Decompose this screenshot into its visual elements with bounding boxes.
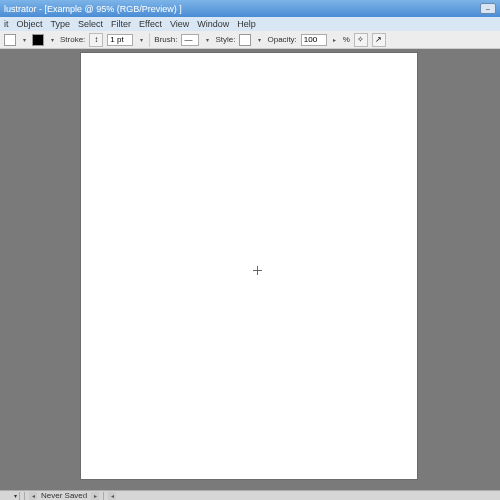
menu-select[interactable]: Select <box>78 19 103 29</box>
status-bar: ▾ ◂ Never Saved ▸ ◂ <box>0 490 500 500</box>
menu-type[interactable]: Type <box>51 19 71 29</box>
canvas-scroll-area[interactable] <box>0 49 500 490</box>
artboard[interactable] <box>80 52 418 480</box>
opacity-field[interactable]: 100 <box>301 34 327 46</box>
brush-field[interactable]: — <box>181 34 199 46</box>
stroke-dropdown-icon[interactable]: ▾ <box>48 34 56 46</box>
style-swatch[interactable] <box>239 34 251 46</box>
opacity-label: Opacity: <box>267 35 296 44</box>
divider <box>103 492 104 500</box>
hscroll-left-icon[interactable]: ◂ <box>108 492 116 500</box>
fill-swatch[interactable] <box>4 34 16 46</box>
menu-object[interactable]: Object <box>17 19 43 29</box>
workspace <box>0 49 500 490</box>
extra-option-1-icon[interactable]: ✧ <box>354 33 368 47</box>
divider <box>24 492 25 500</box>
brush-dropdown-icon[interactable]: ▾ <box>203 34 211 46</box>
stroke-weight-dropdown-icon[interactable]: ▾ <box>137 34 145 46</box>
stroke-label: Stroke: <box>60 35 85 44</box>
menu-window[interactable]: Window <box>197 19 229 29</box>
fill-dropdown-icon[interactable]: ▾ <box>20 34 28 46</box>
brush-label: Brush: <box>154 35 177 44</box>
menu-filter[interactable]: Filter <box>111 19 131 29</box>
opacity-dropdown-icon[interactable]: ▸ <box>331 34 339 46</box>
divider <box>149 33 150 47</box>
menu-edit[interactable]: it <box>4 19 9 29</box>
style-label: Style: <box>215 35 235 44</box>
style-dropdown-icon[interactable]: ▾ <box>255 34 263 46</box>
titlebar: lustrator - [Example @ 95% (RGB/Preview)… <box>0 0 500 17</box>
document-title: [Example @ 95% (RGB/Preview) ] <box>45 4 182 14</box>
stroke-weight-field[interactable]: 1 pt <box>107 34 133 46</box>
window-controls: – <box>480 3 496 14</box>
opacity-percent: % <box>343 35 350 44</box>
zoom-dropdown[interactable]: ▾ <box>2 492 20 500</box>
stroke-weight-link-icon[interactable]: ↕ <box>89 33 103 47</box>
minimize-button[interactable]: – <box>480 3 496 14</box>
scroll-left-icon[interactable]: ◂ <box>29 492 37 500</box>
menu-help[interactable]: Help <box>237 19 256 29</box>
menu-bar: it Object Type Select Filter Effect View… <box>0 17 500 31</box>
status-save-state: Never Saved <box>41 491 87 500</box>
extra-option-2-icon[interactable]: ↗ <box>372 33 386 47</box>
menu-view[interactable]: View <box>170 19 189 29</box>
scroll-right-icon[interactable]: ▸ <box>91 492 99 500</box>
stroke-swatch[interactable] <box>32 34 44 46</box>
menu-effect[interactable]: Effect <box>139 19 162 29</box>
options-bar: ▾ ▾ Stroke: ↕ 1 pt ▾ Brush: — ▾ Style: ▾… <box>0 31 500 49</box>
app-name-fragment: lustrator <box>4 4 37 14</box>
